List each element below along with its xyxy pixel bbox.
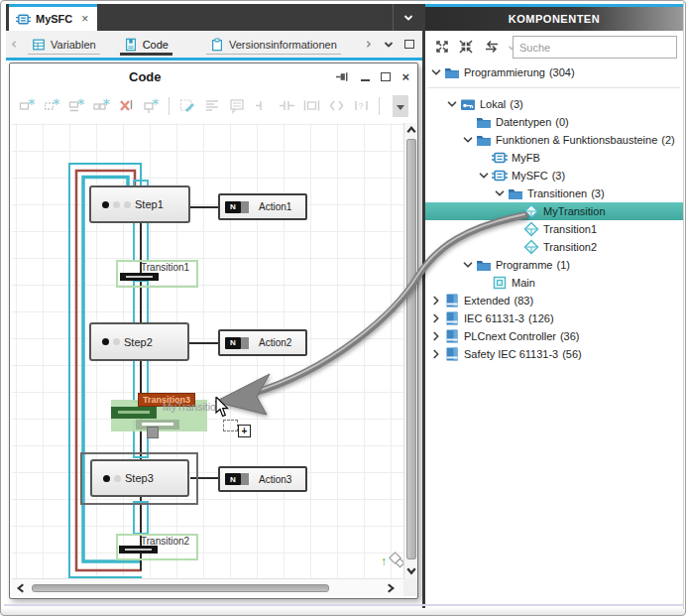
expander-spacer bbox=[477, 151, 491, 165]
tree-label: Funktionen & Funktionsbausteine bbox=[496, 134, 657, 146]
align-icon[interactable] bbox=[203, 97, 221, 115]
tree-item-transition1[interactable]: Transition1 bbox=[425, 220, 683, 238]
tree-item-iec-61131-3[interactable]: IEC 61131-3 (126) bbox=[425, 309, 683, 327]
drop-handle bbox=[147, 427, 159, 438]
vertical-scrollbar[interactable] bbox=[403, 123, 417, 578]
chevron-right-icon[interactable] bbox=[429, 329, 443, 343]
tree-item-main[interactable]: Main bbox=[425, 274, 683, 292]
zoom-dropdown[interactable] bbox=[393, 95, 408, 117]
expand-all-icon[interactable] bbox=[434, 39, 450, 55]
left-powerrail-icon[interactable] bbox=[253, 97, 271, 115]
horizontal-scrollbar-thumb[interactable] bbox=[32, 584, 329, 592]
tree-item-myfb[interactable]: MyFB bbox=[425, 149, 683, 167]
tree-item-programmierung[interactable]: Programmierung (304) bbox=[425, 62, 683, 81]
minimize-icon[interactable] bbox=[361, 79, 370, 81]
chevron-right-icon[interactable] bbox=[429, 311, 443, 325]
contact-icon[interactable] bbox=[278, 97, 295, 115]
tree-count: (83) bbox=[514, 295, 533, 307]
code-window-titlebar[interactable]: Code × bbox=[10, 63, 417, 90]
scroll-up-icon[interactable] bbox=[405, 123, 417, 137]
step-dot bbox=[102, 338, 109, 345]
tab-versionsinformationen[interactable]: Versionsinformationen bbox=[200, 31, 347, 58]
tree-item-mysfc[interactable]: MySFC (3) bbox=[425, 167, 683, 185]
tree-item-funktionen[interactable]: Funktionen & Funktionsbausteine (2) bbox=[425, 131, 683, 149]
search-input[interactable] bbox=[513, 36, 677, 59]
edit-elements-icon[interactable] bbox=[178, 97, 196, 115]
tree-item-plcnext-controller[interactable]: PLCnext Controller (36) bbox=[425, 327, 683, 345]
tab-list-button[interactable] bbox=[393, 4, 422, 31]
step-label: Step2 bbox=[124, 336, 153, 348]
sfc-step-step3[interactable]: Step3 bbox=[90, 459, 189, 497]
tree-item-datentypen[interactable]: Datentypen (0) bbox=[425, 113, 683, 131]
panel-header[interactable]: KOMPONENTEN bbox=[425, 7, 683, 31]
delete-element-icon[interactable] bbox=[117, 97, 135, 115]
sfc-transition-transition2[interactable]: Transition2 bbox=[116, 534, 198, 560]
scroll-tabs-right-button[interactable] bbox=[364, 39, 373, 50]
expander-spacer bbox=[477, 276, 491, 290]
sfc-transition-transition1[interactable]: Transition1 bbox=[116, 260, 198, 288]
chevron-down-icon[interactable] bbox=[477, 169, 491, 183]
insert-step-icon[interactable] bbox=[18, 97, 36, 115]
sfc-canvas[interactable]: Step1 Step2 Step3 N Action1 N Action2 bbox=[12, 123, 403, 578]
scroll-right-icon[interactable] bbox=[384, 581, 398, 595]
horizontal-scrollbar[interactable] bbox=[12, 578, 403, 596]
conditional-icon[interactable]: ? bbox=[352, 97, 370, 115]
chevron-down-icon[interactable] bbox=[461, 258, 475, 272]
vertical-scrollbar-thumb[interactable] bbox=[406, 139, 416, 559]
chevron-down-icon[interactable] bbox=[383, 39, 395, 51]
components-tree: Programmierung (304) Lokal (3) Datentype… bbox=[425, 62, 683, 363]
sfc-connection-lines bbox=[12, 123, 403, 578]
editor-tab-mysfc[interactable]: MySFC × bbox=[9, 4, 97, 31]
qualifier-extension bbox=[241, 473, 249, 485]
action-qualifier-badge: N bbox=[225, 201, 241, 213]
network-icon[interactable] bbox=[302, 97, 320, 115]
scroll-tabs-left-button[interactable] bbox=[6, 39, 22, 50]
close-icon[interactable]: × bbox=[81, 13, 88, 25]
chevron-down-icon[interactable] bbox=[493, 186, 507, 200]
insert-action-icon[interactable] bbox=[92, 97, 110, 115]
tree-label: PLCnext Controller bbox=[464, 330, 556, 342]
chevron-down-icon[interactable] bbox=[445, 97, 459, 111]
maximize-view-icon[interactable] bbox=[404, 40, 414, 49]
tree-item-transition2[interactable]: Transition2 bbox=[425, 238, 683, 256]
inline-code-icon[interactable] bbox=[327, 97, 345, 115]
tree-item-extended[interactable]: Extended (83) bbox=[425, 292, 683, 309]
sync-selection-icon[interactable] bbox=[484, 39, 500, 55]
local-project-icon bbox=[460, 96, 476, 112]
insert-transition-icon[interactable] bbox=[67, 97, 85, 115]
sfc-connector-highlight bbox=[133, 218, 149, 262]
maximize-icon[interactable] bbox=[381, 72, 391, 81]
expander-spacer bbox=[509, 204, 522, 218]
tab-code[interactable]: Code bbox=[114, 31, 178, 58]
sfc-action-action1[interactable]: N Action1 bbox=[218, 193, 307, 220]
drop-transition-bar bbox=[111, 407, 157, 419]
chevron-right-icon[interactable] bbox=[429, 347, 443, 361]
qualifier-extension bbox=[241, 337, 249, 349]
comment-icon[interactable] bbox=[228, 97, 246, 115]
chevron-right-icon[interactable] bbox=[429, 294, 443, 308]
scroll-down-icon[interactable] bbox=[405, 563, 417, 577]
program-icon bbox=[492, 275, 508, 291]
close-icon[interactable]: × bbox=[401, 70, 409, 83]
navigate-overview-icon[interactable]: ↑ bbox=[381, 552, 403, 571]
sfc-step-step2[interactable]: Step2 bbox=[89, 322, 189, 361]
tree-item-transitionen[interactable]: Transitionen (3) bbox=[425, 185, 683, 202]
tree-item-safety-iec-61131-3[interactable]: Safety IEC 61131-3 (56) bbox=[425, 345, 683, 363]
tree-item-mytransition[interactable]: MyTransition bbox=[425, 202, 683, 220]
insert-jump-icon[interactable] bbox=[142, 97, 160, 115]
sfc-action-action2[interactable]: N Action2 bbox=[218, 329, 307, 356]
sfc-step-step1[interactable]: Step1 bbox=[89, 185, 190, 223]
panel-toolbar bbox=[425, 31, 683, 62]
scroll-left-icon[interactable] bbox=[14, 581, 28, 595]
tab-variablen[interactable]: Variablen bbox=[22, 31, 106, 58]
chevron-down-icon[interactable] bbox=[461, 133, 475, 147]
collapse-all-icon[interactable] bbox=[458, 39, 474, 55]
tree-item-lokal[interactable]: Lokal (3) bbox=[425, 95, 683, 113]
pin-icon[interactable] bbox=[335, 69, 350, 84]
chevron-down-icon[interactable] bbox=[429, 65, 443, 79]
sfc-action-action3[interactable]: N Action3 bbox=[218, 466, 307, 492]
chevron-left-icon bbox=[10, 39, 19, 50]
insert-step-transition-icon[interactable] bbox=[43, 97, 60, 115]
function-block-icon bbox=[492, 150, 508, 166]
tree-item-programme[interactable]: Programme (1) bbox=[425, 256, 683, 274]
